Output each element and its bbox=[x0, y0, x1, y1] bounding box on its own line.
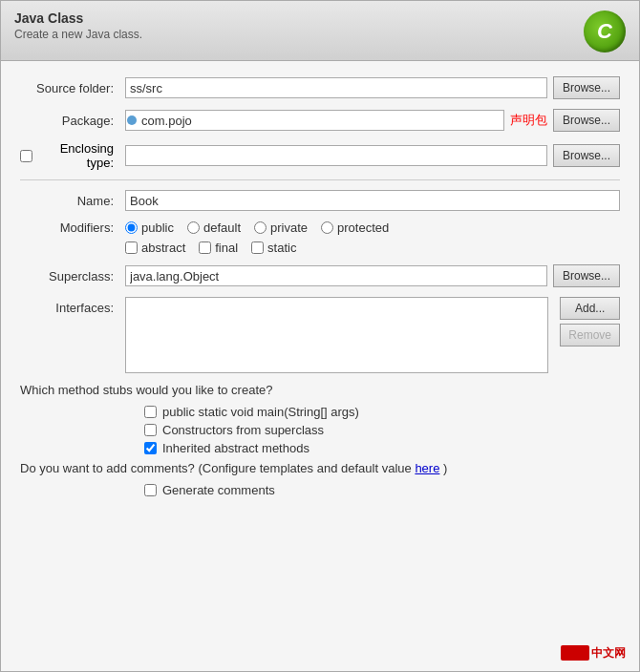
modifier-final-label: final bbox=[215, 241, 238, 255]
package-browse-button[interactable]: Browse... bbox=[553, 109, 620, 132]
stubs-section: public static void main(String[] args) C… bbox=[144, 405, 620, 455]
package-input[interactable] bbox=[125, 110, 504, 131]
modifier-static-checkbox[interactable] bbox=[251, 242, 264, 254]
enclosing-type-row: Enclosing type: Browse... bbox=[20, 141, 620, 170]
modifier-default-radio[interactable] bbox=[187, 221, 200, 234]
package-indicator bbox=[127, 116, 137, 125]
stub-inherited-label: Inherited abstract methods bbox=[162, 441, 309, 455]
enclosing-type-input[interactable] bbox=[125, 145, 547, 166]
enclosing-type-input-group: Browse... bbox=[125, 144, 620, 167]
modifier-final-checkbox[interactable] bbox=[199, 242, 211, 254]
stub-constructors-checkbox[interactable] bbox=[144, 424, 157, 436]
divider-1 bbox=[20, 179, 620, 180]
interfaces-remove-button[interactable]: Remove bbox=[560, 324, 620, 346]
comments-question: Do you want to add comments? (Configure … bbox=[20, 461, 620, 475]
source-folder-label: Source folder: bbox=[20, 81, 125, 95]
comments-question-text: Do you want to add comments? (Configure … bbox=[20, 461, 412, 475]
stub-main-label: public static void main(String[] args) bbox=[162, 405, 359, 419]
package-label: Package: bbox=[20, 114, 125, 128]
source-folder-input-group: Browse... bbox=[125, 76, 620, 99]
stub-constructors-item: Constructors from superclass bbox=[144, 423, 620, 437]
footer-site-label: 中文网 bbox=[591, 646, 626, 660]
stub-constructors-label: Constructors from superclass bbox=[162, 423, 324, 437]
modifier-protected-option[interactable]: protected bbox=[321, 220, 389, 235]
modifier-public-radio[interactable] bbox=[125, 221, 138, 234]
generate-comments-section: Generate comments bbox=[144, 483, 620, 497]
superclass-row: Superclass: Browse... bbox=[20, 264, 620, 287]
modifier-private-radio[interactable] bbox=[254, 221, 267, 234]
stub-inherited-item: Inherited abstract methods bbox=[144, 441, 620, 455]
generate-comments-checkbox[interactable] bbox=[144, 484, 157, 496]
modifier-protected-label: protected bbox=[337, 220, 389, 235]
dialog-body: Source folder: Browse... Package: 声明包 Br… bbox=[1, 61, 639, 518]
interfaces-group: Add... Remove bbox=[125, 297, 620, 373]
interfaces-add-button[interactable]: Add... bbox=[560, 297, 620, 320]
modifier-public-option[interactable]: public bbox=[125, 220, 174, 235]
modifier-protected-radio[interactable] bbox=[321, 221, 333, 234]
modifiers-second-row: abstract final static bbox=[20, 241, 620, 255]
dialog-subtitle: Create a new Java class. bbox=[14, 28, 142, 41]
modifiers-row: Modifiers: public default private protec… bbox=[20, 220, 620, 235]
enclosing-type-label: Enclosing type: bbox=[36, 141, 114, 170]
stub-inherited-checkbox[interactable] bbox=[144, 442, 157, 454]
java-class-dialog: Java Class Create a new Java class. C So… bbox=[0, 0, 640, 672]
interfaces-label: Interfaces: bbox=[20, 297, 125, 315]
modifier-abstract-checkbox[interactable] bbox=[125, 242, 138, 254]
package-row: Package: 声明包 Browse... bbox=[20, 109, 620, 132]
enclosing-type-browse-button[interactable]: Browse... bbox=[553, 144, 620, 167]
comments-here-link[interactable]: here bbox=[415, 461, 439, 475]
modifier-checkbox-group: abstract final static bbox=[125, 241, 296, 255]
package-annotation: 声明包 bbox=[510, 112, 547, 129]
package-input-wrap: 声明包 bbox=[125, 110, 547, 131]
modifier-abstract-label: abstract bbox=[141, 241, 185, 255]
footer-logo: php中文网 bbox=[561, 645, 626, 662]
enclosing-type-label-group: Enclosing type: bbox=[20, 141, 125, 170]
modifier-default-label: default bbox=[203, 220, 241, 235]
superclass-input[interactable] bbox=[125, 265, 547, 286]
modifier-abstract-option[interactable]: abstract bbox=[125, 241, 185, 255]
php-badge: php bbox=[561, 645, 589, 661]
source-folder-row: Source folder: Browse... bbox=[20, 76, 620, 99]
modifier-private-option[interactable]: private bbox=[254, 220, 308, 235]
interfaces-row: Interfaces: Add... Remove bbox=[20, 297, 620, 373]
modifiers-label: Modifiers: bbox=[20, 220, 125, 235]
stubs-question: Which method stubs would you like to cre… bbox=[20, 383, 620, 397]
modifier-private-label: private bbox=[270, 220, 308, 235]
generate-comments-item: Generate comments bbox=[144, 483, 620, 497]
comments-close-paren: ) bbox=[443, 461, 447, 475]
interfaces-buttons: Add... Remove bbox=[560, 297, 620, 346]
superclass-label: Superclass: bbox=[20, 269, 125, 284]
modifier-final-option[interactable]: final bbox=[199, 241, 238, 255]
source-folder-input[interactable] bbox=[125, 77, 547, 98]
modifier-static-label: static bbox=[267, 241, 296, 255]
modifier-default-option[interactable]: default bbox=[187, 220, 241, 235]
name-input[interactable] bbox=[125, 190, 620, 211]
dialog-header: Java Class Create a new Java class. C bbox=[1, 1, 639, 61]
dialog-header-left: Java Class Create a new Java class. bbox=[14, 10, 142, 41]
stub-main-item: public static void main(String[] args) bbox=[144, 405, 620, 419]
enclosing-type-checkbox[interactable] bbox=[20, 150, 32, 162]
superclass-browse-button[interactable]: Browse... bbox=[553, 264, 620, 287]
name-label: Name: bbox=[20, 194, 125, 208]
modifier-public-label: public bbox=[141, 220, 174, 235]
package-input-group: 声明包 Browse... bbox=[125, 109, 620, 132]
generate-comments-label: Generate comments bbox=[162, 483, 275, 497]
dialog-title: Java Class bbox=[14, 10, 142, 26]
interfaces-textarea[interactable] bbox=[125, 297, 548, 373]
modifier-radio-group: public default private protected bbox=[125, 220, 389, 235]
name-row: Name: bbox=[20, 190, 620, 211]
source-folder-browse-button[interactable]: Browse... bbox=[553, 76, 620, 99]
modifier-static-option[interactable]: static bbox=[251, 241, 296, 255]
superclass-input-group: Browse... bbox=[125, 264, 620, 287]
eclipse-logo: C bbox=[584, 10, 626, 52]
stub-main-checkbox[interactable] bbox=[144, 406, 157, 418]
